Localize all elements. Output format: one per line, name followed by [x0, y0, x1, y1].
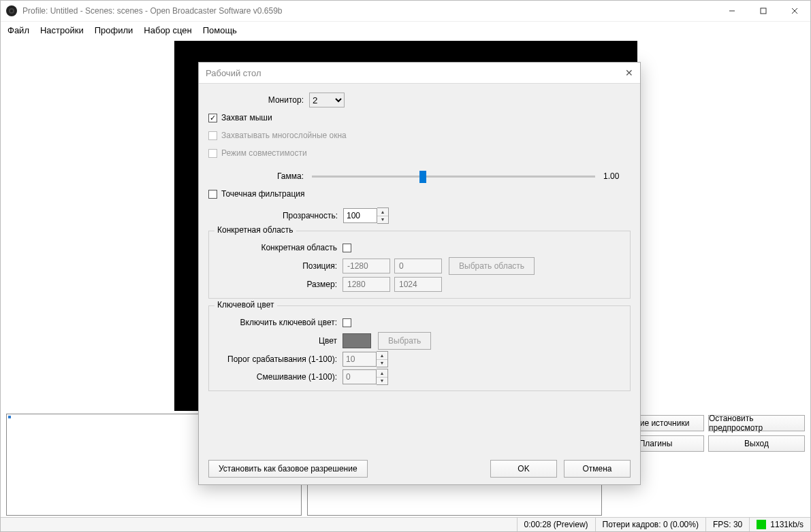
svg-point-1 — [10, 10, 13, 12]
region-legend: Конкретная область — [214, 225, 296, 235]
status-bitrate: 1131kb/s — [749, 518, 810, 531]
blend-input: 0 — [343, 369, 377, 384]
size-w-input: 1280 — [343, 277, 390, 292]
source-properties-dialog: Рабочий стол ✕ Монитор: 2 Захват мыши За… — [198, 62, 641, 485]
menu-help[interactable]: Помощь — [203, 25, 237, 35]
set-base-resolution-button[interactable]: Установить как базовое разрешение — [208, 460, 368, 478]
maximize-button[interactable] — [748, 1, 779, 21]
color-swatch — [343, 333, 371, 348]
menu-settings[interactable]: Настройки — [40, 25, 84, 35]
dialog-titlebar: Рабочий стол ✕ — [199, 63, 640, 84]
threshold-spinner: ▲▼ — [377, 351, 388, 367]
capture-layered-checkbox — [208, 131, 217, 140]
chroma-group: Ключевой цвет Включить ключевой цвет: Цв… — [208, 305, 631, 391]
chroma-enable-label: Включить ключевой цвет: — [216, 318, 343, 327]
region-enable-checkbox[interactable] — [343, 244, 351, 252]
choose-color-button: Выбрать — [378, 332, 431, 350]
capture-mouse-checkbox[interactable] — [208, 114, 217, 122]
select-region-button: Выбрать область — [449, 257, 535, 275]
status-fps: FPS: 30 — [705, 518, 749, 531]
stop-preview-button[interactable]: Остановить предпросмотр — [708, 415, 805, 431]
monitor-select[interactable]: 2 — [309, 93, 345, 107]
menu-file[interactable]: Файл — [7, 25, 29, 35]
capture-mouse-label: Захват мыши — [221, 113, 272, 122]
gamma-value: 1.00 — [603, 171, 631, 181]
opacity-label: Прозрачность: — [208, 211, 343, 220]
ok-button[interactable]: OK — [490, 460, 557, 478]
dialog-footer: Установить как базовое разрешение OK Отм… — [199, 453, 640, 484]
monitor-label: Монитор: — [208, 95, 309, 105]
cancel-button[interactable]: Отмена — [564, 460, 631, 478]
size-h-input: 1024 — [394, 277, 442, 292]
status-time: 0:00:28 (Preview) — [517, 518, 595, 531]
bitrate-led-icon — [757, 520, 766, 529]
app-icon — [6, 5, 17, 16]
svg-rect-3 — [761, 8, 766, 14]
color-label: Цвет — [216, 336, 343, 346]
main-window: Profile: Untitled - Scenes: scenes - Ope… — [0, 0, 811, 532]
threshold-label: Порог срабатывания (1-100): — [216, 354, 343, 364]
status-dropped: Потери кадров: 0 (0.00%) — [595, 518, 705, 531]
window-title: Profile: Untitled - Scenes: scenes - Ope… — [22, 6, 283, 16]
statusbar: 0:00:28 (Preview) Потери кадров: 0 (0.00… — [1, 517, 810, 531]
gamma-slider[interactable] — [312, 176, 595, 178]
close-button[interactable] — [779, 1, 810, 21]
point-filter-label: Точечная фильтрация — [221, 189, 305, 199]
menu-profiles[interactable]: Профили — [95, 25, 133, 35]
region-group: Конкретная область Конкретная область По… — [208, 231, 631, 299]
dialog-title: Рабочий стол — [206, 68, 261, 78]
opacity-spinner[interactable]: ▲▼ — [377, 207, 389, 224]
pos-y-input: 0 — [394, 259, 442, 273]
menubar: Файл Настройки Профили Набор сцен Помощь — [1, 22, 810, 38]
titlebar: Profile: Untitled - Scenes: scenes - Ope… — [1, 1, 810, 22]
exit-button[interactable]: Выход — [708, 435, 805, 452]
compat-mode-label: Режим совместимости — [221, 148, 307, 158]
menu-scenesets[interactable]: Набор сцен — [144, 25, 191, 35]
threshold-input: 10 — [343, 352, 377, 367]
minimize-button[interactable] — [716, 1, 748, 21]
chroma-legend: Ключевой цвет — [214, 300, 277, 310]
blend-label: Смешивание (1-100): — [216, 372, 343, 382]
compat-mode-checkbox — [208, 149, 217, 158]
gamma-slider-thumb[interactable] — [419, 171, 426, 183]
gamma-label: Гамма: — [208, 171, 309, 181]
position-label: Позиция: — [216, 261, 343, 271]
capture-layered-label: Захватывать многослойные окна — [221, 131, 347, 140]
size-label: Размер: — [216, 280, 343, 289]
point-filter-checkbox[interactable] — [208, 190, 217, 199]
pos-x-input: -1280 — [343, 259, 390, 273]
chroma-enable-checkbox[interactable] — [343, 318, 351, 327]
opacity-input[interactable]: 100 — [343, 208, 377, 223]
region-enable-label: Конкретная область — [216, 243, 343, 252]
blend-spinner: ▲▼ — [377, 369, 388, 385]
dialog-close-icon[interactable]: ✕ — [625, 67, 633, 78]
